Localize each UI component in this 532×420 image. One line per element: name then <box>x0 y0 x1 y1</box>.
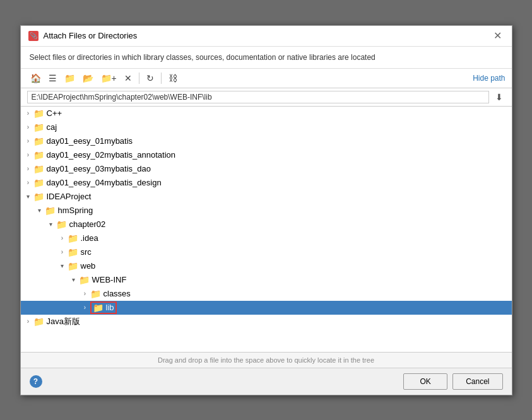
folder-icon: 📁 <box>33 150 44 160</box>
toolbar-separator <box>139 73 139 84</box>
hide-path-button[interactable]: Hide path <box>473 74 505 83</box>
folder-icon: 📁 <box>56 219 67 230</box>
subtitle: Select files or directories in which lib… <box>21 47 512 69</box>
tree-item[interactable]: ›📁.idea <box>21 231 512 245</box>
expand-arrow-icon: ▾ <box>35 207 45 214</box>
link-icon: ⛓ <box>168 73 177 83</box>
delete-icon: ✕ <box>124 73 132 83</box>
tree-item[interactable]: ›📁classes <box>21 287 512 301</box>
delete-button[interactable]: ✕ <box>121 71 135 85</box>
tree-item[interactable]: ›📁lib <box>21 301 512 315</box>
expand-arrow-icon: ▾ <box>57 262 68 269</box>
tree-item-label: IDEAProject <box>47 192 92 201</box>
expand-arrow-icon: › <box>23 165 33 172</box>
tree-item[interactable]: ›📁src <box>21 245 512 259</box>
folder-icon: 📁 <box>68 233 78 243</box>
tree-item-label: chapter02 <box>69 219 106 229</box>
dialog-icon: 📎 <box>28 31 38 41</box>
expand-arrow-icon: ▾ <box>69 276 79 283</box>
expand-arrow-icon: › <box>23 151 33 158</box>
expand-arrow-icon: › <box>57 235 68 242</box>
title-bar: 📎 Attach Files or Directories ✕ <box>21 26 512 47</box>
tree-item-label: hmSpring <box>58 206 93 215</box>
tree-item[interactable]: ›📁Java新版 <box>21 315 512 329</box>
folder-icon: 📁 <box>68 261 78 271</box>
download-icon: ⬇ <box>495 92 503 102</box>
tree-item[interactable]: ›📁day01_eesy_02mybatis_annotation <box>21 148 512 162</box>
folder-icon: 📁 <box>33 122 44 132</box>
folder-icon: 📁 <box>33 136 44 146</box>
folder-icon: 📁 <box>45 206 56 216</box>
tree-item[interactable]: ›📁caj <box>21 120 512 134</box>
expand-arrow-icon: › <box>23 137 33 144</box>
expand-arrow-icon: › <box>23 110 33 117</box>
refresh-button[interactable]: ↻ <box>143 71 157 85</box>
expand-arrow-icon: › <box>23 318 33 325</box>
tree-item[interactable]: ▾📁IDEAProject <box>21 190 512 204</box>
cancel-button[interactable]: Cancel <box>452 373 502 390</box>
home-button[interactable]: 🏠 <box>27 71 44 85</box>
ok-button[interactable]: OK <box>403 373 447 390</box>
tree-item-label: day01_eesy_02mybatis_annotation <box>47 150 176 160</box>
new-folder-button[interactable]: 📁+ <box>98 71 120 85</box>
list-view-button[interactable]: ☰ <box>45 71 60 85</box>
list-icon: ☰ <box>49 73 57 83</box>
expand-arrow-icon: ▾ <box>46 221 56 228</box>
tree-item[interactable]: ›📁day01_eesy_04mybatis_design <box>21 176 512 190</box>
attach-dialog: 📎 Attach Files or Directories ✕ Select f… <box>20 25 512 395</box>
folder-up-button[interactable]: 📁 <box>61 71 78 85</box>
footer-right: OK Cancel <box>403 373 502 390</box>
tree-item[interactable]: ▾📁WEB-INF <box>21 273 512 287</box>
tree-item-label: day01_eesy_01mybatis <box>47 136 133 146</box>
expand-arrow-icon: › <box>57 248 68 255</box>
tree-item-label: classes <box>103 289 131 298</box>
folder-icon: 📁 <box>68 247 78 257</box>
tree-item-label: Java新版 <box>47 316 80 327</box>
title-bar-left: 📎 Attach Files or Directories <box>28 31 138 41</box>
tree-item[interactable]: ›📁day01_eesy_03mybatis_dao <box>21 162 512 176</box>
expand-arrow-icon: › <box>80 290 90 297</box>
folder-button[interactable]: 📂 <box>80 71 97 85</box>
tree-item-label: lib <box>106 303 114 312</box>
link-button[interactable]: ⛓ <box>165 71 180 85</box>
expand-arrow-icon: › <box>23 179 33 186</box>
tree-item-label: caj <box>47 122 57 132</box>
toolbar-separator-2 <box>161 73 162 84</box>
path-download-button[interactable]: ⬇ <box>493 91 505 103</box>
toolbar-left: 🏠 ☰ 📁 📂 📁+ ✕ ↻ ⛓ <box>27 71 180 85</box>
tree-item-label: .idea <box>81 233 98 243</box>
tree-item[interactable]: ▾📁chapter02 <box>21 218 512 231</box>
expand-arrow-icon: › <box>23 124 33 131</box>
close-button[interactable]: ✕ <box>491 31 504 41</box>
folder-icon: 📁 <box>33 164 44 174</box>
path-input[interactable] <box>27 91 489 103</box>
home-icon: 🏠 <box>30 73 41 83</box>
refresh-icon: ↻ <box>146 73 154 83</box>
tree-item[interactable]: ›📁C++ <box>21 107 512 120</box>
help-button[interactable]: ? <box>30 375 42 388</box>
tree-item-label: day01_eesy_04mybatis_design <box>47 178 162 187</box>
file-tree[interactable]: ›📁C++›📁caj›📁day01_eesy_01mybatis›📁day01_… <box>21 107 512 353</box>
dialog-title: Attach Files or Directories <box>44 31 138 40</box>
folder-up-icon: 📁 <box>64 73 75 83</box>
folder-icon: 📁 <box>79 275 90 285</box>
folder-icon: 📁 <box>90 289 101 299</box>
footer: ? OK Cancel <box>21 368 512 395</box>
tree-item-label: web <box>81 261 96 271</box>
toolbar: 🏠 ☰ 📁 📂 📁+ ✕ ↻ ⛓ <box>21 69 512 88</box>
folder-icon: 📁 <box>33 192 44 202</box>
expand-arrow-icon: ▾ <box>23 193 33 200</box>
tree-item[interactable]: ›📁day01_eesy_01mybatis <box>21 134 512 148</box>
tree-item-label: src <box>81 247 92 257</box>
drag-hint: Drag and drop a file into the space abov… <box>21 353 512 368</box>
tree-item[interactable]: ▾📁web <box>21 259 512 273</box>
tree-item-label: day01_eesy_03mybatis_dao <box>47 164 151 173</box>
tree-item-label: WEB-INF <box>92 275 127 284</box>
footer-left: ? <box>30 375 42 388</box>
tree-item-label: C++ <box>47 108 62 118</box>
selected-highlight: 📁lib <box>90 301 117 314</box>
folder-icon: 📂 <box>83 73 93 83</box>
folder-icon: 📁 <box>33 108 44 119</box>
expand-arrow-icon: › <box>80 304 90 311</box>
tree-item[interactable]: ▾📁hmSpring <box>21 204 512 218</box>
